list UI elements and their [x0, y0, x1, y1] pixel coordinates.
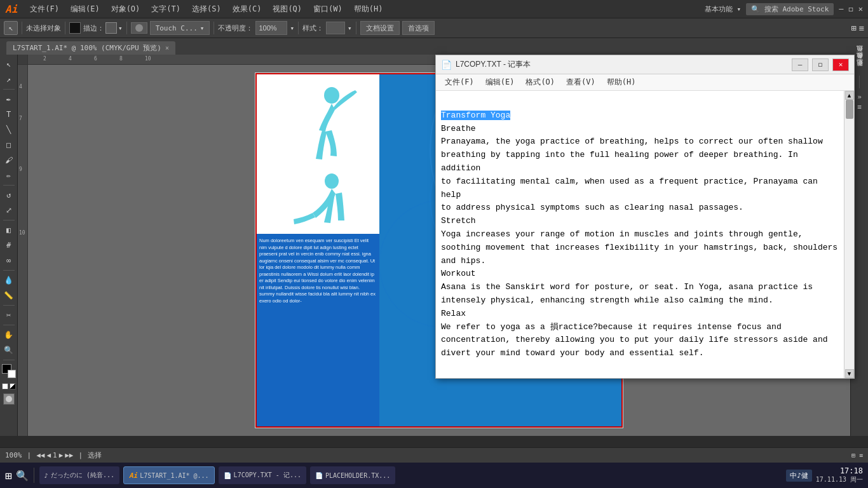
taskbar-item-ai[interactable]: Ai L7START_1.AI* @...	[123, 466, 215, 484]
doc-settings-btn[interactable]: 文档设置	[360, 21, 400, 35]
document-tab[interactable]: L7START_1.AI* @ 100% (CMYK/GPU 预览) ×	[6, 41, 175, 55]
shape-tool[interactable]: □	[2, 138, 16, 152]
preferences-btn[interactable]: 首选项	[402, 21, 435, 35]
scroll-track	[844, 100, 854, 369]
menu-right-area: 基本功能 ▾ 🔍 搜索 Adobe Stock – ◻ ✕	[705, 3, 863, 15]
ime-indicator[interactable]: 中♪健	[786, 470, 812, 482]
menu-file[interactable]: 文件(F)	[25, 3, 64, 16]
rotate-tool[interactable]: ↺	[2, 188, 16, 202]
arrange-btn[interactable]: ⊞	[851, 23, 856, 33]
tools-panel: ↖ ↗ ✒ T ╲ □ 🖌 ✏ ↺ ⤢ ◧ # ∞ 💧 📏 ✂ ✋ 🔍	[0, 55, 18, 436]
notepad-menu-file[interactable]: 文件(F)	[440, 76, 479, 89]
text-tool[interactable]: T	[2, 107, 16, 121]
opacity-dropdown-icon[interactable]: ▾	[290, 24, 294, 32]
touch-dropdown-btn[interactable]: Touch C... ▾	[150, 21, 210, 35]
next-btn[interactable]: ▶	[59, 451, 64, 459]
notepad-menu-view[interactable]: 查看(V)	[561, 76, 600, 89]
normal-mode-btn[interactable]	[2, 383, 8, 390]
notepad-menu-edit[interactable]: 编辑(E)	[480, 76, 520, 89]
taskbar: ⊞ 🔍 ♪ だったのに (純音... Ai L7START_1.AI* @...…	[0, 463, 868, 488]
artboard-left-section: Num doloreetum ven esequam ver suscipist…	[255, 73, 379, 428]
prev-page-btn[interactable]: ◀◀	[36, 451, 44, 459]
style-label: 样式：	[302, 24, 323, 33]
fill-color-swatch[interactable]	[69, 22, 81, 34]
taskbar-item-placeholder[interactable]: 📄 PLACEHOLDER.TX...	[310, 466, 395, 484]
selection-tool[interactable]: ↖	[2, 57, 16, 71]
notepad-close-btn[interactable]: ✕	[832, 58, 849, 71]
search-btn[interactable]: 🔍	[16, 470, 29, 482]
direct-selection-tool[interactable]: ↗	[2, 72, 16, 86]
start-btn[interactable]: ⊞	[5, 469, 12, 482]
color-swatches[interactable]	[2, 364, 16, 378]
stroke-label: 描边：	[83, 24, 104, 33]
notepad-menu-help[interactable]: 帮助(H)	[602, 76, 641, 89]
menu-edit[interactable]: 编辑(E)	[65, 3, 105, 16]
line-tool[interactable]: ╲	[2, 123, 16, 137]
prev-btn[interactable]: ◀	[46, 451, 51, 459]
taskbar-item-music[interactable]: ♪ だったのに (純音...	[39, 466, 119, 484]
stroke-color-swatch[interactable]	[105, 22, 117, 34]
notepad-menu-format[interactable]: 格式(O)	[520, 76, 560, 89]
notepad-scrollbar[interactable]: ▲ ▼	[844, 91, 854, 378]
tool-sep-2	[3, 185, 15, 186]
background-color[interactable]	[8, 370, 16, 378]
close-app-btn[interactable]: ✕	[858, 4, 863, 13]
basic-functions-label[interactable]: 基本功能 ▾	[705, 4, 741, 14]
restore-app-btn[interactable]: ◻	[849, 4, 853, 13]
preview-mode-btn[interactable]	[10, 383, 16, 390]
menu-view[interactable]: 视图(Q)	[268, 3, 307, 16]
next-page-btn[interactable]: ▶▶	[65, 451, 73, 459]
paintbrush-tool[interactable]: 🖌	[2, 153, 16, 167]
stroke-dropdown-icon[interactable]: ▾	[118, 24, 123, 32]
pencil-tool[interactable]: ✏	[2, 168, 16, 182]
gradient-tool[interactable]: ◧	[2, 223, 16, 237]
page-num[interactable]: 1	[53, 451, 57, 459]
slice-tool[interactable]: ✂	[2, 308, 16, 322]
minimize-app-btn[interactable]: –	[839, 4, 843, 13]
toolbar-sep-4	[214, 22, 214, 34]
style-dropdown-icon[interactable]: ▾	[348, 24, 352, 32]
mask-btn[interactable]	[3, 393, 15, 405]
scroll-down-btn[interactable]: ▼	[845, 369, 854, 378]
panel-menu-btn[interactable]: ≡	[857, 103, 862, 111]
blend-tool[interactable]: ∞	[2, 254, 16, 268]
menu-text[interactable]: 文字(T)	[146, 3, 186, 16]
taskbar-item-notepad[interactable]: 📄 L7COPY.TXT - 记...	[219, 466, 306, 484]
tab-close-btn[interactable]: ×	[165, 44, 169, 51]
scroll-up-btn[interactable]: ▲	[845, 91, 854, 100]
status-sep-1: |	[27, 451, 32, 459]
style-swatch[interactable]	[326, 22, 345, 34]
scale-tool[interactable]: ⤢	[2, 203, 16, 217]
hand-tool[interactable]: ✋	[2, 328, 16, 342]
menu-help[interactable]: 帮助(H)	[349, 3, 388, 16]
time-display: 17:18	[816, 466, 863, 475]
panel-expand-btn[interactable]: »	[857, 93, 862, 101]
notepad-content[interactable]: Transform Yoga Breathe Pranayama, the yo…	[436, 91, 844, 378]
eyedropper-tool[interactable]: 💧	[2, 273, 16, 287]
tab-title: L7START_1.AI* @ 100% (CMYK/GPU 预览)	[13, 43, 161, 53]
circle-stroke-btn[interactable]	[131, 22, 147, 34]
ruler-left: 4 7 9 10	[18, 65, 28, 436]
mesh-tool[interactable]: #	[2, 238, 16, 252]
measure-tool[interactable]: 📏	[2, 288, 16, 302]
selection-tool-btn[interactable]: ↖	[4, 21, 18, 35]
notepad-minimize-btn[interactable]: –	[792, 58, 808, 71]
yoga-figure-2	[294, 173, 344, 224]
options-btn[interactable]: ≡	[859, 23, 864, 33]
opacity-input[interactable]	[255, 21, 287, 35]
tool-sep-5	[3, 305, 15, 306]
arrange-icons: ⊞ ≡	[851, 23, 864, 33]
notepad-restore-btn[interactable]: ◻	[812, 58, 829, 71]
menu-window[interactable]: 窗口(W)	[308, 3, 348, 16]
search-stock[interactable]: 🔍 搜索 Adobe Stock	[746, 3, 834, 15]
menu-select[interactable]: 选择(S)	[187, 3, 226, 16]
scroll-thumb[interactable]	[846, 100, 853, 119]
pen-tool[interactable]: ✒	[2, 92, 16, 106]
menu-object[interactable]: 对象(O)	[106, 3, 146, 16]
page-nav: ◀◀ ◀ 1 ▶ ▶▶	[36, 451, 73, 459]
tool-sep-3	[3, 220, 15, 220]
taskbar-right: 中♪健 17:18 17.11.13 周一	[786, 466, 863, 484]
ruler-num-2: 4	[69, 56, 72, 62]
menu-effect[interactable]: 效果(C)	[227, 3, 267, 16]
zoom-tool[interactable]: 🔍	[2, 343, 16, 357]
